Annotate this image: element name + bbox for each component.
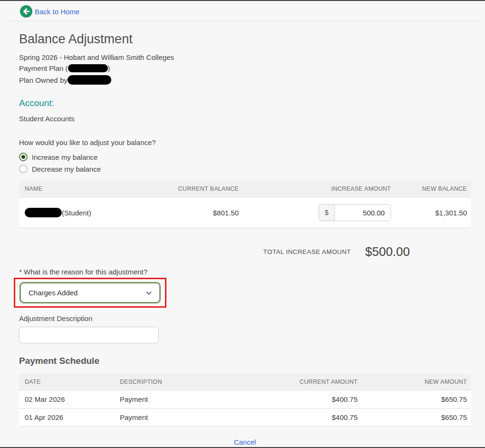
balance-table: NAME CURRENT BALANCE INCREASE AMOUNT NEW… <box>19 181 471 228</box>
payment-plan-line: Payment Plan () <box>19 64 471 72</box>
arrow-left-circle-icon <box>20 5 32 18</box>
payment-schedule-table: DATE DESCRIPTION CURRENT AMOUNT NEW AMOU… <box>19 374 471 427</box>
increase-amount-cell: $ <box>242 197 395 228</box>
column-header-current-amount: CURRENT AMOUNT <box>266 374 361 390</box>
total-increase-row: TOTAL INCREASE AMOUNT $500.00 <box>19 244 471 259</box>
column-header-increase-amount: INCREASE AMOUNT <box>242 181 395 197</box>
schedule-date: 02 Mar 2026 <box>19 390 114 409</box>
adjust-radio-group: Increase my balance Decrease my balance <box>19 153 471 173</box>
redacted-owner-name <box>68 75 111 85</box>
schedule-new-amount: $650.75 <box>361 390 471 409</box>
page-header: Back to Home <box>0 1 485 18</box>
student-name-suffix: (Student) <box>62 209 91 217</box>
schedule-current-amount: $400.75 <box>266 409 361 427</box>
new-balance-value: $1,301.50 <box>395 197 471 228</box>
column-header-date: DATE <box>19 374 114 390</box>
increase-amount-group: $ <box>319 204 391 221</box>
column-header-new-amount: NEW AMOUNT <box>361 374 471 390</box>
schedule-description: Payment <box>114 390 266 409</box>
schedule-description: Payment <box>114 409 266 427</box>
radio-option-decrease-label: Decrease my balance <box>32 165 101 173</box>
term-subtitle: Spring 2026 - Hobart and William Smith C… <box>19 53 471 61</box>
schedule-new-amount: $650.75 <box>361 409 471 427</box>
chevron-down-icon <box>145 289 153 297</box>
payment-schedule-heading: Payment Schedule <box>19 356 471 366</box>
increase-amount-input[interactable] <box>335 205 390 221</box>
radio-unselected-icon[interactable] <box>19 165 28 173</box>
student-name-cell: (Student) <box>19 197 162 228</box>
header-divider <box>5 21 480 21</box>
back-to-home-link[interactable]: Back to Home <box>20 5 79 18</box>
redacted-student-name <box>25 208 62 217</box>
column-header-description: DESCRIPTION <box>114 374 266 390</box>
balance-adjustment-page: { "page": { "back_link": "Back to Home",… <box>0 0 485 448</box>
reason-selected-value: Charges Added <box>29 289 78 297</box>
back-to-home-label: Back to Home <box>35 8 79 16</box>
adjustment-description-label: Adjustment Description <box>19 314 471 322</box>
balance-table-row: (Student) $801.50 $ $1,301.50 <box>19 197 471 228</box>
reason-select[interactable]: Charges Added <box>19 282 161 303</box>
total-increase-amount: $500.00 <box>365 244 410 259</box>
schedule-row: 02 Mar 2026 Payment $400.75 $650.75 <box>19 390 471 409</box>
adjustment-description-input[interactable] <box>19 327 159 343</box>
schedule-row: 01 Apr 2026 Payment $400.75 $650.75 <box>19 409 471 427</box>
payment-plan-prefix: Payment Plan ( <box>19 64 68 72</box>
adjust-question: How would you like to adjust your balanc… <box>19 138 471 146</box>
reason-label: * What is the reason for this adjustment… <box>19 268 471 276</box>
payment-plan-suffix: ) <box>108 64 110 72</box>
total-increase-label: TOTAL INCREASE AMOUNT <box>263 248 351 255</box>
cancel-link[interactable]: Cancel <box>234 438 256 446</box>
account-value: Student Accounts <box>19 115 471 123</box>
radio-option-decrease[interactable]: Decrease my balance <box>19 165 471 173</box>
balance-table-header-row: NAME CURRENT BALANCE INCREASE AMOUNT NEW… <box>19 181 471 197</box>
current-balance-value: $801.50 <box>162 197 242 228</box>
schedule-date: 01 Apr 2026 <box>19 409 114 427</box>
plan-owned-by-label: Plan Owned by <box>19 76 68 84</box>
cancel-row: Cancel <box>19 438 471 447</box>
radio-selected-icon[interactable] <box>19 153 28 161</box>
annotation-box-reason: Charges Added <box>14 278 166 308</box>
column-header-name: NAME <box>19 181 162 197</box>
radio-option-increase-label: Increase my balance <box>32 153 97 161</box>
account-heading: Account: <box>19 98 471 108</box>
schedule-current-amount: $400.75 <box>266 390 361 409</box>
column-header-current-balance: CURRENT BALANCE <box>162 181 242 197</box>
main-content: Balance Adjustment Spring 2026 - Hobart … <box>0 32 485 447</box>
currency-symbol: $ <box>319 205 335 221</box>
column-header-new-balance: NEW BALANCE <box>395 181 471 197</box>
schedule-header-row: DATE DESCRIPTION CURRENT AMOUNT NEW AMOU… <box>19 374 471 390</box>
redacted-plan-name <box>68 64 108 72</box>
plan-owner-line: Plan Owned by <box>19 75 471 85</box>
page-title: Balance Adjustment <box>19 32 471 47</box>
radio-option-increase[interactable]: Increase my balance <box>19 153 471 161</box>
